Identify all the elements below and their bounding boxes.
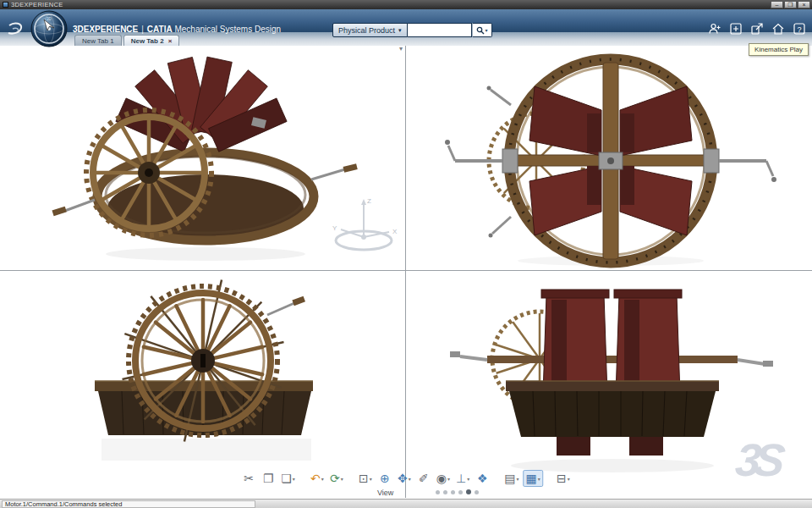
pan-button[interactable]: ✥▾ (396, 470, 413, 487)
iso-view-button[interactable]: ❖ (474, 470, 491, 487)
dropdown-caret-icon[interactable]: ▾ (517, 476, 519, 482)
viewport-perspective[interactable]: Z X Y (0, 46, 405, 270)
dropdown-caret-icon[interactable]: ▾ (321, 476, 324, 482)
view-toolbar: ✂❐❏▾↶▾⟳▾⊡▾⊕✥▾✐◉▾⊥▾❖▤▾▦▾⊟▾ (240, 470, 572, 487)
app-module: Mechanical Systems Design (174, 25, 281, 34)
minimize-button[interactable]: – (771, 1, 783, 8)
status-bar: Motor.1/Command.1/Commands selected (0, 499, 812, 508)
machine-top-render (445, 59, 776, 266)
vertical-splitter[interactable] (405, 46, 406, 498)
machine-perspective-render (52, 57, 357, 261)
chevron-down-icon: ▾ (398, 27, 402, 34)
search-bar: Physical Product ▾ ▾ (332, 23, 492, 37)
normal-view-icon: ⊥ (456, 470, 466, 487)
dropdown-caret-icon[interactable]: ▾ (447, 476, 450, 482)
app-icon (3, 2, 8, 8)
dropdown-caret-icon[interactable]: ▾ (341, 476, 343, 482)
dropdown-caret-icon[interactable]: ▾ (538, 476, 540, 482)
horizontal-splitter[interactable] (0, 270, 812, 271)
add-content-button[interactable] (728, 21, 743, 36)
fit-all-button[interactable]: ⊕ (376, 470, 393, 487)
viewport-front[interactable] (0, 271, 405, 498)
dropdown-caret-icon[interactable]: ▾ (568, 476, 570, 482)
3ds-watermark: 3S (733, 433, 782, 486)
header-icons: ? (707, 21, 807, 36)
reframe-button[interactable]: ⊡▾ (357, 470, 374, 487)
paddle-towers (541, 290, 682, 395)
design-tree-button[interactable]: ⊟▾ (555, 470, 572, 487)
tab-new-tab-2[interactable]: New Tab 2× (123, 35, 180, 46)
dropdown-caret-icon[interactable]: ▾ (370, 476, 372, 482)
toolbar-separator (546, 478, 552, 479)
update-icon: ⟳ (330, 470, 340, 487)
user-icon (708, 22, 721, 36)
toolbar-section-label: View (377, 489, 393, 497)
multi-view-button[interactable]: ▦▾ (524, 470, 543, 487)
pager-dot[interactable] (466, 489, 471, 494)
user-button[interactable] (707, 21, 722, 36)
view-axis-compass[interactable]: Z X Y (332, 197, 398, 250)
capture-button[interactable]: ▤▾ (502, 470, 520, 487)
dropdown-caret-icon[interactable]: ▾ (409, 476, 411, 482)
pager-dot[interactable] (443, 490, 447, 494)
zoom-button[interactable]: ◉▾ (435, 470, 452, 487)
axis-x-label: X (392, 228, 398, 235)
splitter-handle[interactable]: ▾ (399, 45, 403, 52)
plus-icon (729, 22, 743, 36)
copy-button[interactable]: ❐ (260, 470, 277, 487)
tab-bar: New Tab 1New Tab 2× (74, 35, 181, 46)
help-glyph: ? (797, 25, 801, 34)
pager-dot[interactable] (451, 490, 455, 494)
dropdown-caret-icon[interactable]: ▾ (467, 476, 469, 482)
toolbar-separator (493, 478, 500, 479)
undo-icon: ↶ (310, 470, 321, 487)
cut-button[interactable]: ✂ (240, 470, 257, 487)
search-scope-dropdown[interactable]: Physical Product ▾ (332, 23, 408, 37)
viewport-top[interactable] (406, 46, 812, 270)
pager-dot[interactable] (458, 490, 463, 494)
axis-y-label: Y (332, 224, 337, 232)
mouse-cursor-icon (43, 19, 55, 33)
tab-label: New Tab 1 (82, 37, 114, 45)
multi-view-icon: ▦ (526, 470, 537, 487)
paste-icon: ❏ (281, 470, 292, 487)
undo-button[interactable]: ↶▾ (309, 470, 326, 487)
cut-icon: ✂ (244, 470, 254, 487)
close-button[interactable]: × (798, 1, 810, 8)
3ds-logo-icon (6, 22, 28, 37)
normal-view-button[interactable]: ⊥▾ (454, 470, 471, 487)
search-icon (476, 26, 485, 35)
paste-button[interactable]: ❏▾ (279, 470, 297, 487)
search-caret-icon: ▾ (486, 27, 488, 33)
toolbar-separator (348, 478, 354, 479)
maximize-button[interactable]: ❐ (784, 1, 797, 8)
brand-separator: | (141, 25, 144, 34)
measure-button[interactable]: ✐ (415, 470, 432, 487)
tab-new-tab-1[interactable]: New Tab 1 (74, 35, 122, 46)
search-input[interactable] (408, 23, 472, 37)
home-icon (771, 22, 785, 36)
pan-icon: ✥ (398, 470, 408, 487)
fit-all-icon: ⊕ (380, 470, 390, 487)
copy-icon: ❐ (263, 470, 274, 487)
share-button[interactable] (749, 21, 765, 36)
search-button[interactable]: ▾ (472, 23, 492, 37)
machine-front-render (95, 280, 313, 461)
design-tree-icon: ⊟ (557, 470, 567, 487)
tab-label: New Tab 2 (131, 37, 164, 45)
pager-dot[interactable] (436, 490, 440, 494)
app-name: CATIA (147, 25, 173, 34)
zoom-icon: ◉ (436, 470, 447, 487)
share-icon (750, 22, 764, 36)
machine-back-render (450, 290, 773, 472)
tab-close-icon[interactable]: × (168, 37, 173, 45)
window-title: 3DEXPERIENCE (11, 1, 770, 8)
update-button[interactable]: ⟳▾ (328, 470, 345, 487)
axis-z-label: Z (367, 197, 371, 205)
dropdown-caret-icon[interactable]: ▾ (293, 476, 295, 482)
iso-view-icon: ❖ (477, 470, 488, 487)
home-button[interactable] (771, 21, 786, 36)
help-button[interactable]: ? (792, 21, 807, 36)
reframe-icon: ⊡ (359, 470, 369, 487)
pager-dot[interactable] (475, 490, 479, 494)
